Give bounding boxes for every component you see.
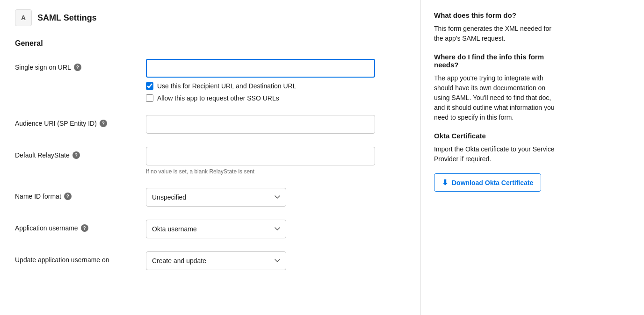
allow-sso-checkbox[interactable] (146, 94, 153, 102)
audience-uri-control-col (146, 115, 405, 134)
update-username-select[interactable]: Create and update Create only (146, 251, 286, 270)
label-col-update-username: Update application username on (15, 251, 146, 264)
update-username-control-col: Create and update Create only (146, 251, 405, 270)
main-panel: A SAML Settings General Single sign on U… (0, 0, 421, 315)
recipient-url-label: Use this for Recipient URL and Destinati… (157, 82, 297, 90)
update-username-label: Update application username on (15, 256, 109, 264)
page-header: A SAML Settings (15, 9, 405, 26)
download-btn-label: Download Okta Certificate (452, 179, 533, 186)
app-username-select[interactable]: Okta username Email Custom (146, 220, 286, 238)
avatar-badge: A (15, 9, 32, 26)
audience-uri-label: Audience URI (SP Entity ID) (15, 120, 97, 127)
recipient-url-checkbox[interactable] (146, 82, 153, 90)
section-title-general: General (15, 39, 405, 48)
side-title-2: Where do I find the info this form needs… (434, 53, 557, 69)
relay-state-label: Default RelayState (15, 151, 70, 159)
relay-state-input[interactable] (146, 147, 375, 165)
side-title-3: Okta Certificate (434, 132, 557, 140)
side-panel: What does this form do? This form genera… (421, 0, 571, 315)
label-col-sso-url: Single sign on URL ? (15, 59, 146, 71)
download-certificate-button[interactable]: ⬇ Download Okta Certificate (434, 173, 541, 192)
label-col-relay-state: Default RelayState ? (15, 147, 146, 159)
form-row-update-username: Update application username on Create an… (15, 251, 405, 270)
label-col-audience-uri: Audience URI (SP Entity ID) ? (15, 115, 146, 127)
sso-url-control-col: Use this for Recipient URL and Destinati… (146, 59, 405, 102)
app-username-label: Application username (15, 224, 78, 232)
side-text-3: Import the Okta certificate to your Serv… (434, 144, 557, 164)
relay-state-help-icon[interactable]: ? (72, 151, 80, 159)
form-row-sso-url: Single sign on URL ? Use this for Recipi… (15, 59, 405, 102)
relay-state-hint: If no value is set, a blank RelayState i… (146, 168, 405, 175)
page-title: SAML Settings (37, 13, 97, 23)
relay-state-control-col: If no value is set, a blank RelayState i… (146, 147, 405, 175)
name-id-format-label: Name ID format (15, 193, 61, 200)
recipient-url-checkbox-row: Use this for Recipient URL and Destinati… (146, 82, 405, 90)
sso-url-label: Single sign on URL (15, 64, 71, 71)
allow-sso-label: Allow this app to request other SSO URLs (157, 94, 279, 102)
name-id-format-help-icon[interactable]: ? (64, 193, 72, 200)
app-username-control-col: Okta username Email Custom (146, 220, 405, 238)
allow-sso-checkbox-row: Allow this app to request other SSO URLs (146, 94, 405, 102)
side-text-1: This form generates the XML needed for t… (434, 24, 557, 43)
side-text-2: The app you're trying to integrate with … (434, 73, 557, 122)
download-icon: ⬇ (442, 178, 448, 187)
audience-uri-input[interactable] (146, 115, 375, 134)
label-col-name-id-format: Name ID format ? (15, 188, 146, 200)
form-row-relay-state: Default RelayState ? If no value is set,… (15, 147, 405, 175)
name-id-format-control-col: Unspecified EmailAddress x509SubjectName… (146, 188, 405, 207)
form-row-audience-uri: Audience URI (SP Entity ID) ? (15, 115, 405, 134)
name-id-format-select[interactable]: Unspecified EmailAddress x509SubjectName… (146, 188, 286, 207)
side-title-1: What does this form do? (434, 11, 557, 19)
audience-uri-help-icon[interactable]: ? (100, 120, 107, 127)
form-row-name-id-format: Name ID format ? Unspecified EmailAddres… (15, 188, 405, 207)
label-col-app-username: Application username ? (15, 220, 146, 232)
form-row-app-username: Application username ? Okta username Ema… (15, 220, 405, 238)
sso-url-help-icon[interactable]: ? (74, 64, 81, 71)
app-username-help-icon[interactable]: ? (81, 224, 88, 232)
sso-url-input[interactable] (146, 59, 375, 78)
